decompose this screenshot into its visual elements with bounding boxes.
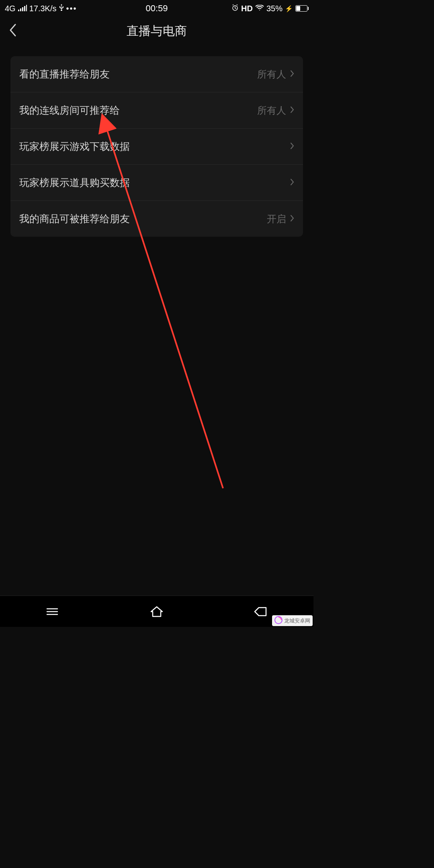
setting-player-rank-download[interactable]: 玩家榜展示游戏下载数据 [10, 129, 303, 165]
svg-rect-3 [24, 6, 25, 11]
setting-value: 开启 [267, 213, 286, 225]
charging-icon: ⚡ [285, 5, 293, 12]
setting-live-recommend-friends[interactable]: 看的直播推荐给朋友 所有人 [10, 56, 303, 92]
setting-connect-room-recommend[interactable]: 我的连线房间可推荐给 所有人 [10, 92, 303, 129]
svg-rect-0 [18, 10, 19, 11]
svg-rect-1 [20, 8, 21, 11]
nav-recents-button[interactable] [32, 607, 72, 616]
network-speed: 17.3K/s [29, 4, 57, 13]
setting-value: 所有人 [257, 104, 286, 117]
alarm-icon [231, 4, 239, 13]
chevron-right-icon [290, 70, 294, 79]
battery-percent: 35% [266, 4, 283, 13]
chevron-right-icon [290, 178, 294, 187]
watermark-text: 龙城安卓网 [284, 617, 310, 624]
nav-home-button[interactable] [137, 606, 177, 617]
setting-product-recommend-friends[interactable]: 我的商品可被推荐给朋友 开启 [10, 201, 303, 237]
svg-rect-4 [26, 5, 27, 11]
more-icon: ••• [66, 4, 77, 13]
chevron-right-icon [290, 215, 294, 223]
setting-label: 我的连线房间可推荐给 [19, 104, 120, 117]
status-bar: 4G 17.3K/s ••• 00:59 HD [0, 0, 313, 17]
setting-label: 玩家榜展示游戏下载数据 [19, 140, 130, 153]
network-type: 4G [5, 4, 16, 13]
back-button[interactable] [9, 24, 17, 38]
chevron-right-icon [290, 106, 294, 115]
wifi-icon [255, 4, 264, 13]
watermark: 龙城安卓网 [272, 615, 313, 626]
app-header: 直播与电商 [0, 17, 313, 45]
system-nav-bar [0, 596, 313, 627]
battery-icon [295, 5, 309, 12]
hd-label: HD [241, 4, 253, 13]
settings-list: 看的直播推荐给朋友 所有人 我的连线房间可推荐给 所有人 玩家榜展示游戏下载数据… [10, 56, 303, 237]
svg-rect-2 [22, 7, 23, 11]
page-title: 直播与电商 [127, 23, 187, 39]
watermark-logo-icon [274, 616, 283, 625]
setting-label: 我的商品可被推荐给朋友 [19, 212, 130, 225]
chevron-right-icon [290, 142, 294, 151]
setting-label: 看的直播推荐给朋友 [19, 68, 110, 81]
status-time: 00:59 [145, 3, 168, 14]
usb-icon [59, 4, 64, 13]
signal-icon [18, 4, 27, 13]
setting-value: 所有人 [257, 68, 286, 81]
status-left: 4G 17.3K/s ••• [5, 4, 77, 13]
status-right: HD 35% ⚡ [231, 4, 309, 13]
setting-player-rank-purchase[interactable]: 玩家榜展示道具购买数据 [10, 165, 303, 201]
setting-label: 玩家榜展示道具购买数据 [19, 176, 130, 189]
